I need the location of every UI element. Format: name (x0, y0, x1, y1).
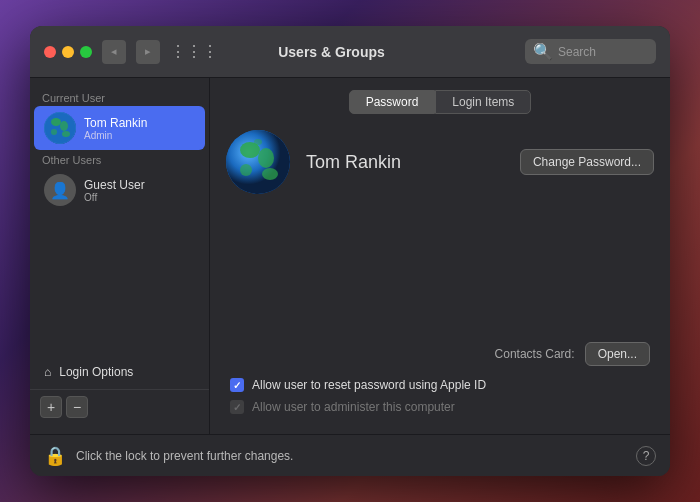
user-role-guest: Off (84, 192, 145, 203)
tab-login-items[interactable]: Login Items (435, 90, 531, 114)
user-role-tom: Admin (84, 130, 147, 141)
bottom-bar: 🔒 Click the lock to prevent further chan… (30, 434, 670, 476)
user-profile: Tom Rankin Change Password... (226, 130, 654, 194)
detail-panel: Password Login Items (210, 78, 670, 434)
back-button[interactable]: ◂ (102, 40, 126, 64)
user-info-guest: Guest User Off (84, 178, 145, 203)
tab-password[interactable]: Password (349, 90, 436, 114)
checkbox-row-1: Allow user to reset password using Apple… (226, 378, 654, 392)
minimize-button[interactable] (62, 46, 74, 58)
reset-password-checkbox[interactable] (230, 378, 244, 392)
svg-point-3 (51, 129, 57, 135)
open-button[interactable]: Open... (585, 342, 650, 366)
svg-point-11 (262, 168, 278, 180)
contacts-card-row: Contacts Card: Open... (226, 342, 654, 366)
window-title: Users & Groups (148, 44, 515, 60)
titlebar: ◂ ▸ ⋮⋮⋮ Users & Groups 🔍 (30, 26, 670, 78)
avatar-guest: 👤 (44, 174, 76, 206)
login-options-label: Login Options (59, 365, 133, 379)
search-box[interactable]: 🔍 (525, 39, 656, 64)
user-info-tom: Tom Rankin Admin (84, 116, 147, 141)
contacts-card-label: Contacts Card: (495, 347, 575, 361)
profile-avatar (226, 130, 290, 194)
house-icon: ⌂ (44, 365, 51, 379)
reset-password-label: Allow user to reset password using Apple… (252, 378, 486, 392)
checkbox-row-2: Allow user to administer this computer (226, 400, 654, 414)
user-name-guest: Guest User (84, 178, 145, 192)
guest-icon: 👤 (50, 181, 70, 200)
remove-user-button[interactable]: − (66, 396, 88, 418)
fullscreen-button[interactable] (80, 46, 92, 58)
other-users-label: Other Users (30, 150, 209, 168)
window: ◂ ▸ ⋮⋮⋮ Users & Groups 🔍 Current User (30, 26, 670, 476)
traffic-lights (44, 46, 92, 58)
svg-point-9 (258, 148, 274, 168)
svg-point-2 (60, 121, 68, 131)
sidebar: Current User Tom Rankin Admin (30, 78, 210, 434)
earth-icon (44, 112, 76, 144)
sidebar-item-guest[interactable]: 👤 Guest User Off (34, 168, 205, 212)
main-content: Current User Tom Rankin Admin (30, 78, 670, 434)
svg-point-12 (254, 139, 262, 145)
current-user-label: Current User (30, 88, 209, 106)
search-icon: 🔍 (533, 42, 553, 61)
close-button[interactable] (44, 46, 56, 58)
back-icon: ◂ (111, 45, 117, 58)
avatar-tom (44, 112, 76, 144)
tab-bar: Password Login Items (226, 90, 654, 114)
search-input[interactable] (558, 45, 648, 59)
user-name-tom: Tom Rankin (84, 116, 147, 130)
help-button[interactable]: ? (636, 446, 656, 466)
change-password-button[interactable]: Change Password... (520, 149, 654, 175)
lock-icon[interactable]: 🔒 (44, 445, 66, 467)
bottom-message: Click the lock to prevent further change… (76, 449, 626, 463)
admin-checkbox[interactable] (230, 400, 244, 414)
sidebar-toolbar: + − (30, 389, 209, 424)
svg-point-4 (62, 131, 70, 137)
admin-label: Allow user to administer this computer (252, 400, 455, 414)
svg-point-1 (51, 118, 61, 126)
profile-name: Tom Rankin (306, 152, 504, 173)
svg-point-10 (240, 164, 252, 176)
add-user-button[interactable]: + (40, 396, 62, 418)
login-options-item[interactable]: ⌂ Login Options (34, 359, 205, 385)
sidebar-item-tom-rankin[interactable]: Tom Rankin Admin (34, 106, 205, 150)
profile-earth-icon (226, 130, 290, 194)
